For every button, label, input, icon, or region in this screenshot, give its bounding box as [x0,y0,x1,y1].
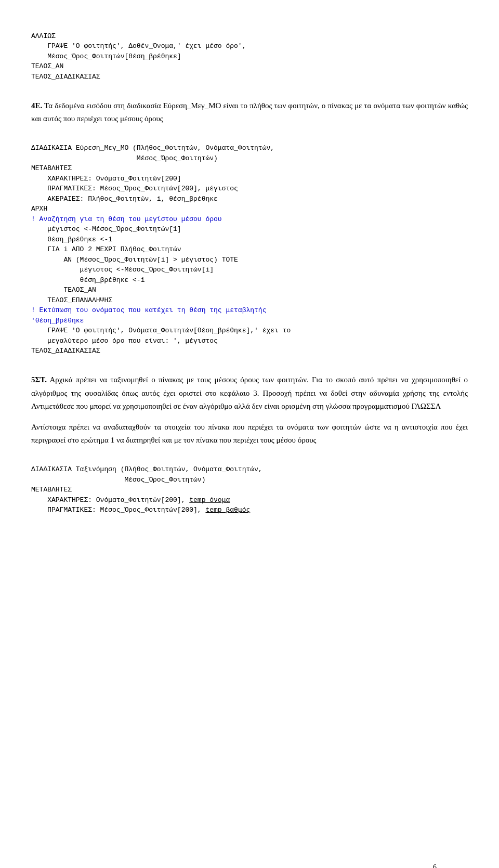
code-line: ΤΕΛΟΣ_ΔΙΑΔΙΚΑΣΙΑΣ [31,347,100,355]
code-evresi-meg-mo: ΔΙΑΔΙΚΑΣΙΑ Εύρεση_Μεγ_ΜΟ (Πλήθος_Φοιτητώ… [31,133,468,367]
code-line: Μέσος_Όρος_Φοιτητών[θέση_βρέθηκε] [31,53,181,60]
code-taxinomisi: ΔΙΑΔΙΚΑΣΙΑ Ταξινόμηση (Πλήθος_Φοιτητών, … [31,455,468,526]
prose-5st: 5ΣΤ. Αρχικά πρέπει να ταξινομηθεί ο πίνα… [31,373,468,413]
code-line: ΓΡΑΨΕ 'Ο φοιτητής', Ονόματα_Φοιτητών[θέσ… [31,327,291,334]
code-line: μεγαλύτερο μέσο όρο που είναι: ', μέγιστ… [31,337,218,345]
code-line: ΤΕΛΟΣ_ΕΠΑΝΑΛΗΨΗΣ [31,296,112,304]
code-line: θέση_βρέθηκε <-i [31,276,145,284]
code-line: Μέσος_Όρος_Φοιτητών) [31,476,205,484]
code-line: ΧΑΡΑΚΤΗΡΕΣ: Ονόματα_Φοιτητών[200] [31,175,181,183]
code-line: ΤΕΛΟΣ_ΑΝ [31,286,96,294]
code-line: ΜΕΤΑΒΛΗΤΕΣ [31,164,72,172]
code-line: ΔΙΑΔΙΚΑΣΙΑ Ταξινόμηση (Πλήθος_Φοιτητών, … [31,465,262,473]
code-line: ΤΕΛΟΣ_ΔΙΑΔΙΚΑΣΙΑΣ [31,73,100,81]
code-line: ΑΡΧΗ [31,205,47,213]
code-comment-ektiposi: ! Εκτύπωση του ονόματος που κατέχει τη θ… [31,306,266,314]
page-number: 6 [433,862,437,868]
code-line: ΠΡΑΓΜΑΤΙΚΕΣ: Μέσος_Όρος_Φοιτητών[200], μ… [31,185,238,192]
code-line: ΓΡΑΨΕ 'Ο φοιτητής', Δοθέν_Όνομα,' έχει μ… [31,42,246,50]
code-line: Μέσος_Όρος_Φοιτητών) [31,154,218,162]
code-line: ΧΑΡΑΚΤΗΡΕΣ: Ονόματα_Φοιτητών[200], temp_… [31,496,230,504]
page-wrapper: ΑΛΛΙΩΣ ΓΡΑΨΕ 'Ο φοιτητής', Δοθέν_Όνομα,'… [31,21,468,868]
code-line: ΑΛΛΙΩΣ [31,32,56,40]
code-line: ΔΙΑΔΙΚΑΣΙΑ Εύρεση_Μεγ_ΜΟ (Πλήθος_Φοιτητώ… [31,144,274,152]
code-line: ΑΝ (Μέσος_Όρος_Φοιτητών[i] > μέγιστος) Τ… [31,256,238,264]
code-allios: ΑΛΛΙΩΣ ΓΡΑΨΕ 'Ο φοιτητής', Δοθέν_Όνομα,'… [31,21,468,92]
code-line: θέση_βρέθηκε <-1 [31,236,112,243]
code-comment-anazitisi: ! Αναζήτηση για τη θέση του μεγίστου μέσ… [31,215,222,223]
code-line: μέγιστος <-Μέσος_Όρος_Φοιτητών[i] [31,266,214,274]
code-line: ΠΡΑΓΜΑΤΙΚΕΣ: Μέσος_Όρος_Φοιτητών[200], t… [31,506,250,514]
code-line: ΜΕΤΑΒΛΗΤΕΣ [31,486,72,494]
prose-4e: 4Ε. Τα δεδομένα εισόδου στη διαδικασία Ε… [31,99,468,126]
code-line: ΤΕΛΟΣ_ΑΝ [31,62,63,70]
code-comment-thesi: 'θέση_βρέθηκε [31,317,84,325]
prose-antistaixa: Αντίστοιχα πρέπει να αναδιαταχθούν τα στ… [31,421,468,447]
code-line: ΓΙΑ i ΑΠΟ 2 ΜΕΧΡΙ Πλήθος_Φοιτητών [31,245,181,253]
code-line: μέγιστος <-Μέσος_Όρος_Φοιτητών[1] [31,225,181,233]
code-line: ΑΚΕΡΑΙΕΣ: Πλήθος_Φοιτητών, i, θέση_βρέθη… [31,195,218,203]
